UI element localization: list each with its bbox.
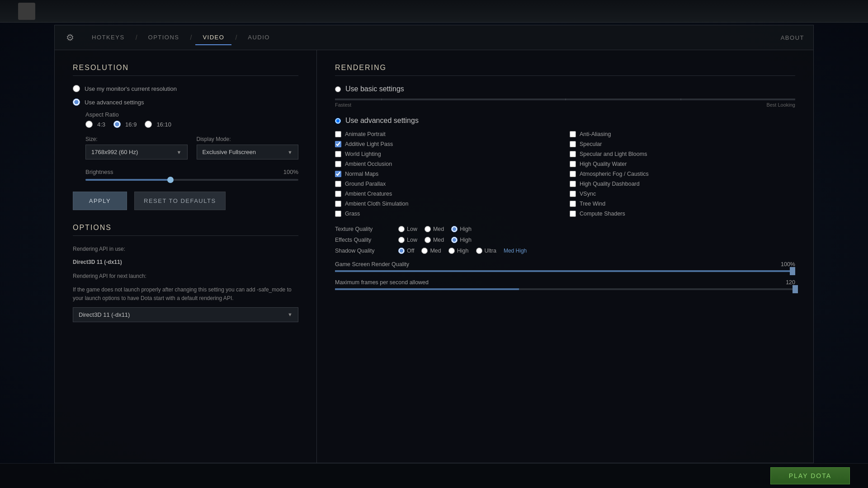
- animate-portrait-checkbox[interactable]: [335, 131, 341, 137]
- additive-light-pass-checkbox[interactable]: [335, 141, 341, 147]
- compute-shaders-label: Compute Shaders: [580, 211, 625, 217]
- effects-quality-options: Low Med High: [398, 237, 472, 243]
- animate-portrait-label: Animate Portrait: [345, 131, 386, 137]
- shadow-ultra-radio[interactable]: [476, 248, 482, 254]
- brightness-slider-track[interactable]: [85, 179, 298, 181]
- texture-low-radio[interactable]: [398, 226, 405, 232]
- tab-hotkeys[interactable]: HOTKEYS: [85, 30, 132, 45]
- monitor-resolution-radio[interactable]: [73, 85, 80, 92]
- aspect-16-9-option[interactable]: 16:9: [113, 121, 137, 128]
- checkbox-animate-portrait[interactable]: Animate Portrait: [335, 131, 561, 137]
- checkbox-specular-light-blooms[interactable]: Specular and Light Blooms: [570, 151, 795, 157]
- effects-med-label: Med: [433, 237, 444, 243]
- texture-med-option[interactable]: Med: [425, 226, 444, 232]
- ambient-occlusion-checkbox[interactable]: [335, 161, 341, 167]
- checkbox-ambient-cloth[interactable]: Ambient Cloth Simulation: [335, 201, 561, 207]
- atmospheric-fog-label: Atmospheric Fog / Caustics: [580, 171, 649, 177]
- size-select[interactable]: 1768x992 (60 Hz) ▼: [85, 145, 188, 160]
- checkbox-atmospheric-fog[interactable]: Atmospheric Fog / Caustics: [570, 171, 795, 177]
- checkbox-ambient-creatures[interactable]: Ambient Creatures: [335, 191, 561, 197]
- resolution-radio-group: Use my monitor's current resolution: [73, 85, 298, 92]
- specular-light-blooms-checkbox[interactable]: [570, 151, 576, 157]
- ground-parallax-checkbox[interactable]: [335, 181, 341, 187]
- advanced-resolution-option[interactable]: Use advanced settings: [73, 99, 298, 106]
- basic-settings-radio[interactable]: [335, 86, 341, 92]
- aspect-16-10-option[interactable]: 16:10: [145, 121, 171, 128]
- aspect-4-3-radio[interactable]: [85, 121, 93, 128]
- user-avatar[interactable]: [18, 3, 35, 20]
- size-field-group: Size: 1768x992 (60 Hz) ▼: [85, 136, 188, 160]
- quality-slider-track[interactable]: [335, 99, 795, 100]
- checkbox-ground-parallax[interactable]: Ground Parallax: [335, 181, 561, 187]
- shadow-off-radio[interactable]: [398, 248, 405, 254]
- aspect-16-9-radio[interactable]: [113, 121, 121, 128]
- shadow-ultra-option[interactable]: Ultra: [476, 248, 496, 254]
- monitor-resolution-option[interactable]: Use my monitor's current resolution: [73, 85, 298, 92]
- checkbox-world-lighting[interactable]: World Lighting: [335, 151, 561, 157]
- reset-button[interactable]: RESET TO DEFAULTS: [134, 192, 226, 210]
- effects-low-radio[interactable]: [398, 237, 405, 243]
- anti-aliasing-checkbox[interactable]: [570, 131, 576, 137]
- render-quality-slider-track[interactable]: [335, 270, 795, 272]
- texture-high-option[interactable]: High: [451, 226, 472, 232]
- aspect-4-3-option[interactable]: 4:3: [85, 121, 105, 128]
- advanced-settings-row: Use advanced settings: [335, 117, 795, 125]
- tab-options[interactable]: OPTIONS: [141, 30, 187, 45]
- checkbox-grass[interactable]: Grass: [335, 211, 561, 217]
- tab-audio[interactable]: AUDIO: [241, 30, 277, 45]
- display-mode-select[interactable]: Exclusive Fullscreen ▼: [197, 145, 299, 160]
- world-lighting-checkbox[interactable]: [335, 151, 341, 157]
- aspect-16-10-radio[interactable]: [145, 121, 152, 128]
- compute-shaders-checkbox[interactable]: [570, 211, 576, 217]
- checkbox-normal-maps[interactable]: Normal Maps: [335, 171, 561, 177]
- api-select[interactable]: Direct3D 11 (-dx11) ▼: [73, 307, 298, 322]
- checkbox-anti-aliasing[interactable]: Anti-Aliasing: [570, 131, 795, 137]
- ambient-creatures-checkbox[interactable]: [335, 191, 341, 197]
- effects-high-option[interactable]: High: [451, 237, 472, 243]
- high-quality-water-checkbox[interactable]: [570, 161, 576, 167]
- aspect-ratio-row: 4:3 16:9 16:10: [85, 121, 298, 128]
- ambient-cloth-checkbox[interactable]: [335, 201, 341, 207]
- checkbox-compute-shaders[interactable]: Compute Shaders: [570, 211, 795, 217]
- high-quality-dashboard-checkbox[interactable]: [570, 181, 576, 187]
- vsync-checkbox[interactable]: [570, 191, 576, 197]
- checkbox-additive-light-pass[interactable]: Additive Light Pass: [335, 141, 561, 147]
- fps-value: 120: [786, 279, 795, 286]
- fps-slider-thumb[interactable]: [793, 285, 798, 293]
- texture-med-radio[interactable]: [425, 226, 431, 232]
- shadow-med-option[interactable]: Med: [421, 248, 441, 254]
- tab-video[interactable]: VIDEO: [195, 30, 231, 45]
- apply-button[interactable]: APPLY: [73, 192, 127, 210]
- effects-med-radio[interactable]: [425, 237, 431, 243]
- advanced-resolution-radio[interactable]: [73, 99, 80, 106]
- advanced-settings-radio[interactable]: [335, 118, 341, 124]
- atmospheric-fog-checkbox[interactable]: [570, 171, 576, 177]
- shadow-high-radio[interactable]: [448, 248, 455, 254]
- specular-checkbox[interactable]: [570, 141, 576, 147]
- tab-about[interactable]: ABOUT: [781, 34, 804, 41]
- ambient-cloth-label: Ambient Cloth Simulation: [345, 201, 408, 207]
- checkbox-ambient-occlusion[interactable]: Ambient Occlusion: [335, 161, 561, 167]
- resolution-title: RESOLUTION: [73, 64, 298, 76]
- checkbox-specular[interactable]: Specular: [570, 141, 795, 147]
- effects-med-option[interactable]: Med: [425, 237, 444, 243]
- tree-wind-checkbox[interactable]: [570, 201, 576, 207]
- shadow-high-option[interactable]: High: [448, 248, 469, 254]
- shadow-med-radio[interactable]: [421, 248, 428, 254]
- checkbox-tree-wind[interactable]: Tree Wind: [570, 201, 795, 207]
- checkbox-high-quality-water[interactable]: High Quality Water: [570, 161, 795, 167]
- fps-slider-track[interactable]: [335, 288, 795, 290]
- play-dota-button[interactable]: PLAY DOTA: [770, 467, 850, 484]
- grass-checkbox[interactable]: [335, 211, 341, 217]
- rendering-next-label: Rendering API for next launch:: [73, 272, 298, 281]
- texture-high-radio[interactable]: [451, 226, 458, 232]
- effects-low-option[interactable]: Low: [398, 237, 417, 243]
- texture-low-option[interactable]: Low: [398, 226, 417, 232]
- brightness-slider-thumb[interactable]: [167, 177, 174, 183]
- normal-maps-checkbox[interactable]: [335, 171, 341, 177]
- shadow-off-option[interactable]: Off: [398, 248, 414, 254]
- effects-high-radio[interactable]: [451, 237, 458, 243]
- checkbox-vsync[interactable]: VSync: [570, 191, 795, 197]
- checkbox-high-quality-dashboard[interactable]: High Quality Dashboard: [570, 181, 795, 187]
- render-quality-slider-thumb[interactable]: [790, 267, 795, 275]
